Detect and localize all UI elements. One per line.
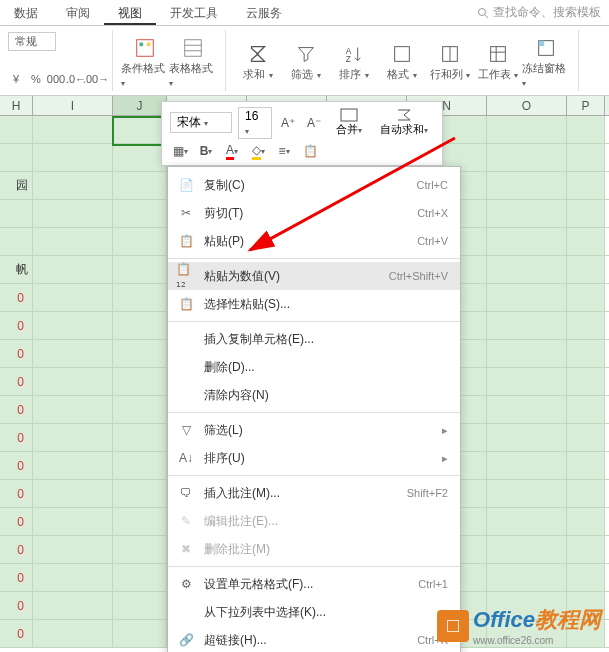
- tab-cloud[interactable]: 云服务: [232, 0, 296, 25]
- sum-button[interactable]: 求和 ▾: [234, 32, 282, 92]
- cell[interactable]: [567, 480, 605, 507]
- cell[interactable]: [113, 284, 167, 311]
- cell[interactable]: [33, 116, 113, 143]
- autosum-button[interactable]: 自动求和▾: [374, 106, 434, 139]
- fill-color-icon[interactable]: ◇▾: [248, 141, 268, 161]
- font-color-icon[interactable]: A▾: [222, 141, 242, 161]
- table-format-button[interactable]: 表格格式 ▾: [169, 32, 217, 92]
- cell[interactable]: [567, 368, 605, 395]
- cell[interactable]: 0: [0, 480, 33, 507]
- col-header-I[interactable]: I: [33, 96, 113, 115]
- search-box[interactable]: 查找命令、搜索模板: [477, 0, 609, 25]
- cell[interactable]: [487, 340, 567, 367]
- dec-dec-icon[interactable]: .00→: [88, 71, 104, 87]
- cell[interactable]: [113, 564, 167, 591]
- cell[interactable]: [487, 312, 567, 339]
- cell[interactable]: [33, 564, 113, 591]
- cell[interactable]: [487, 256, 567, 283]
- cell[interactable]: [487, 452, 567, 479]
- cell[interactable]: 0: [0, 368, 33, 395]
- cell[interactable]: 0: [0, 620, 33, 647]
- cell[interactable]: [33, 256, 113, 283]
- thousand-icon[interactable]: 000: [48, 71, 64, 87]
- menu-sort[interactable]: A↓排序(U)▸: [168, 444, 460, 472]
- cell[interactable]: 0: [0, 424, 33, 451]
- format-painter-icon[interactable]: 📋: [300, 141, 320, 161]
- cell[interactable]: [0, 116, 33, 143]
- cell[interactable]: [113, 396, 167, 423]
- cell[interactable]: [487, 116, 567, 143]
- col-header-J[interactable]: J: [113, 96, 167, 115]
- col-header-P[interactable]: P: [567, 96, 605, 115]
- cell[interactable]: [487, 144, 567, 171]
- cell[interactable]: [113, 228, 167, 255]
- cell[interactable]: [567, 396, 605, 423]
- cell[interactable]: [113, 172, 167, 199]
- cell[interactable]: [113, 116, 167, 143]
- menu-item[interactable]: 从下拉列表中选择(K)...: [168, 598, 460, 626]
- menu-item[interactable]: 清除内容(N): [168, 381, 460, 409]
- cell[interactable]: [487, 564, 567, 591]
- cell[interactable]: 园: [0, 172, 33, 199]
- cond-format-button[interactable]: 条件格式 ▾: [121, 32, 169, 92]
- tab-dev[interactable]: 开发工具: [156, 0, 232, 25]
- worksheet-button[interactable]: 工作表 ▾: [474, 32, 522, 92]
- cell[interactable]: [113, 256, 167, 283]
- cell[interactable]: [567, 144, 605, 171]
- cell[interactable]: 0: [0, 508, 33, 535]
- cell[interactable]: [33, 144, 113, 171]
- cell[interactable]: [33, 452, 113, 479]
- cell[interactable]: [487, 480, 567, 507]
- currency-icon[interactable]: ¥: [8, 71, 24, 87]
- tab-data[interactable]: 数据: [0, 0, 52, 25]
- menu-copy[interactable]: 📄复制(C)Ctrl+C: [168, 171, 460, 199]
- cell[interactable]: [567, 424, 605, 451]
- format-button[interactable]: 格式 ▾: [378, 32, 426, 92]
- cell[interactable]: [567, 200, 605, 227]
- cell[interactable]: [487, 228, 567, 255]
- cell[interactable]: [113, 200, 167, 227]
- cell[interactable]: [567, 340, 605, 367]
- cell[interactable]: 0: [0, 592, 33, 619]
- cell[interactable]: [33, 368, 113, 395]
- cell[interactable]: [33, 172, 113, 199]
- cell[interactable]: [33, 312, 113, 339]
- cell[interactable]: [567, 508, 605, 535]
- cell[interactable]: [487, 536, 567, 563]
- menu-paste-sp[interactable]: 📋选择性粘贴(S)...: [168, 290, 460, 318]
- rowcol-button[interactable]: 行和列 ▾: [426, 32, 474, 92]
- sort-button[interactable]: AZ排序 ▾: [330, 32, 378, 92]
- cell[interactable]: 0: [0, 284, 33, 311]
- menu-paste-val[interactable]: 📋₁₂粘贴为数值(V)Ctrl+Shift+V: [168, 262, 460, 290]
- cell[interactable]: [113, 424, 167, 451]
- cell[interactable]: [33, 200, 113, 227]
- cell[interactable]: [113, 536, 167, 563]
- cell[interactable]: [567, 256, 605, 283]
- col-header-O[interactable]: O: [487, 96, 567, 115]
- cell[interactable]: [113, 480, 167, 507]
- cell[interactable]: 0: [0, 340, 33, 367]
- cell[interactable]: [567, 312, 605, 339]
- cell[interactable]: [33, 340, 113, 367]
- number-format-select[interactable]: 常规: [8, 32, 56, 51]
- cell[interactable]: [567, 536, 605, 563]
- grow-font-icon[interactable]: A⁺: [278, 113, 298, 133]
- menu-item[interactable]: 插入复制单元格(E)...: [168, 325, 460, 353]
- cell[interactable]: 0: [0, 452, 33, 479]
- cell[interactable]: [567, 228, 605, 255]
- menu-cut[interactable]: ✂剪切(T)Ctrl+X: [168, 199, 460, 227]
- dec-inc-icon[interactable]: .0←: [68, 71, 84, 87]
- percent-icon[interactable]: %: [28, 71, 44, 87]
- cell[interactable]: [33, 284, 113, 311]
- cell[interactable]: [567, 116, 605, 143]
- cell[interactable]: 0: [0, 312, 33, 339]
- cell[interactable]: 0: [0, 536, 33, 563]
- cell[interactable]: [33, 508, 113, 535]
- cell[interactable]: [0, 200, 33, 227]
- cell[interactable]: [33, 620, 113, 647]
- cell[interactable]: [567, 284, 605, 311]
- menu-paste[interactable]: 📋粘贴(P)Ctrl+V: [168, 227, 460, 255]
- bold-icon[interactable]: B▾: [196, 141, 216, 161]
- cell[interactable]: [487, 424, 567, 451]
- cell[interactable]: 0: [0, 396, 33, 423]
